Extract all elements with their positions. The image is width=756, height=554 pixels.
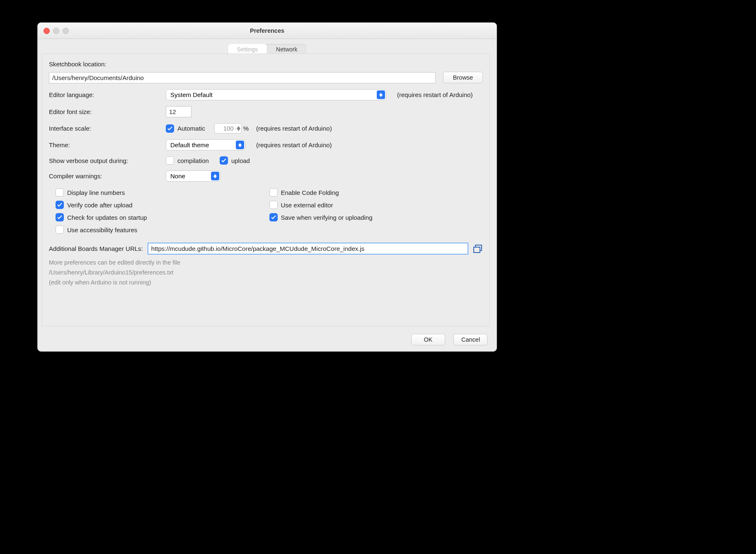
external-editor-label: Use external editor [281, 202, 333, 209]
theme-label: Theme: [49, 141, 166, 148]
sketchbook-label: Sketchbook location: [49, 61, 483, 68]
scale-note: (requires restart of Arduino) [256, 125, 332, 132]
compiler-warnings-label: Compiler warnings: [49, 173, 166, 180]
prefs-file-path: /Users/henry/Library/Arduino15/preferenc… [49, 269, 483, 276]
check-updates-label: Check for updates on startup [67, 214, 147, 221]
verbose-label: Show verbose output during: [49, 157, 166, 164]
chevron-updown-icon [377, 90, 385, 99]
options-grid: Display line numbers Enable Code Folding… [56, 188, 483, 234]
percent-label: % [243, 125, 249, 132]
theme-select[interactable]: Default theme [166, 139, 245, 151]
prefs-file-note-2: (edit only when Arduino is not running) [49, 279, 483, 286]
settings-panel: Sketchbook location: Browse Editor langu… [42, 53, 490, 326]
chevron-updown-icon [236, 141, 244, 149]
editor-language-label: Editor language: [49, 91, 166, 98]
accessibility-label: Use accessibility features [67, 226, 137, 233]
compiler-warnings-select[interactable]: None [166, 170, 220, 182]
cancel-button[interactable]: Cancel [453, 334, 487, 345]
titlebar: Preferences [38, 23, 497, 39]
code-folding-label: Enable Code Folding [281, 189, 339, 196]
boards-urls-label: Additional Boards Manager URLs: [49, 245, 143, 252]
boards-urls-input[interactable] [148, 243, 468, 254]
theme-value: Default theme [170, 141, 209, 148]
upload-checkbox[interactable] [220, 156, 228, 165]
browse-button[interactable]: Browse [443, 72, 483, 83]
verify-upload-checkbox[interactable] [56, 201, 64, 209]
scale-value[interactable] [215, 124, 235, 133]
font-size-input[interactable] [166, 106, 191, 117]
window-title: Preferences [38, 27, 497, 34]
chevron-updown-icon [211, 172, 219, 180]
accessibility-checkbox[interactable] [56, 226, 64, 234]
ok-button[interactable]: OK [411, 334, 445, 345]
external-editor-checkbox[interactable] [269, 201, 278, 209]
sketchbook-path-input[interactable] [49, 72, 436, 83]
check-updates-checkbox[interactable] [56, 213, 64, 221]
preferences-window: Preferences Settings Network Sketchbook … [37, 22, 497, 352]
dialog-buttons: OK Cancel [411, 334, 487, 345]
scale-stepper[interactable] [214, 123, 242, 134]
prefs-file-note-1: More preferences can be edited directly … [49, 259, 483, 266]
compiler-warnings-value: None [170, 173, 185, 180]
svg-rect-1 [474, 247, 480, 253]
theme-note: (requires restart of Arduino) [256, 141, 332, 148]
compilation-checkbox[interactable] [166, 156, 174, 165]
expand-urls-button[interactable] [473, 244, 483, 254]
save-verify-label: Save when verifying or uploading [281, 214, 373, 221]
editor-language-select[interactable]: System Default [166, 89, 386, 100]
compilation-label: compilation [177, 157, 209, 164]
automatic-label: Automatic [177, 125, 205, 132]
font-size-label: Editor font size: [49, 108, 166, 115]
save-verify-checkbox[interactable] [269, 213, 278, 221]
code-folding-checkbox[interactable] [269, 188, 278, 197]
editor-language-note: (requires restart of Arduino) [397, 91, 473, 98]
verify-upload-label: Verify code after upload [67, 202, 133, 209]
automatic-checkbox[interactable] [166, 124, 174, 133]
editor-language-value: System Default [170, 91, 213, 98]
upload-label: upload [231, 157, 250, 164]
line-numbers-label: Display line numbers [67, 189, 125, 196]
interface-scale-label: Interface scale: [49, 125, 166, 132]
line-numbers-checkbox[interactable] [56, 188, 64, 197]
stepper-arrows-icon[interactable] [235, 126, 241, 131]
